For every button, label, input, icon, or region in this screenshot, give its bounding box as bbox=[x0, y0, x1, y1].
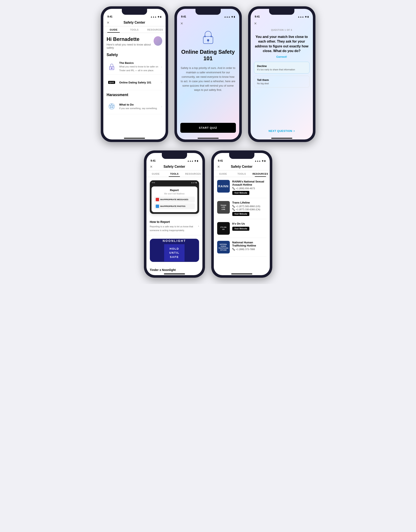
phone-icon: 📞 bbox=[232, 208, 235, 211]
avatar bbox=[154, 36, 162, 46]
report-row-photos: INAPPROPRIATE PHOTOS bbox=[154, 203, 195, 209]
report-row-messages: INAPPROPRIATE MESSAGES bbox=[154, 197, 195, 202]
notch bbox=[196, 9, 221, 15]
wifi-icon: ⊛ bbox=[305, 16, 307, 18]
app-header: ✕ Safety Center bbox=[214, 163, 270, 170]
tab-bar: GUIDE TOOLS RESOURCES bbox=[214, 170, 270, 177]
itsonus-logo-text: IT'S ONUS bbox=[220, 226, 227, 231]
basics-desc: What you need to know to be safer on Tin… bbox=[119, 65, 158, 72]
quiz-title: Online Dating Safety 101 bbox=[119, 81, 159, 84]
report-dot-photos bbox=[156, 205, 159, 208]
translifeline-phone1-number: +1 (877) 565-8860 (US) bbox=[236, 205, 260, 207]
tab-guide[interactable]: GUIDE bbox=[146, 170, 165, 177]
rainn-visit-btn[interactable]: Visit Website bbox=[232, 191, 250, 195]
report-sub: We won't tell Matthew bbox=[154, 193, 195, 195]
greeting-name: Hi Bernadette bbox=[107, 36, 154, 42]
status-icons: ▲▲▲ ⊛ ▮ bbox=[255, 160, 265, 162]
quiz-chevron: › bbox=[161, 81, 162, 84]
app-header: ✕ Safety Center bbox=[146, 163, 202, 170]
tab-resources[interactable]: RESOURCES bbox=[251, 170, 270, 177]
tab-tools[interactable]: TOOLS bbox=[165, 170, 184, 177]
section-safety-title: Safety bbox=[107, 53, 162, 57]
tab-bar: GUIDE TOOLS RESOURCES bbox=[146, 170, 202, 177]
resource-item-nhth: NATIONALHUMANTRAFFICKINGHOTLINE National… bbox=[217, 238, 266, 257]
question-content: QUESTION 1 OF 6 You and your match live … bbox=[251, 26, 313, 136]
itsonus-info: It's On Us Visit Website bbox=[232, 222, 266, 231]
home-indicator bbox=[198, 138, 219, 139]
wifi-icon: ⊛ bbox=[194, 160, 196, 162]
basics-icon-box bbox=[107, 62, 117, 72]
translifeline-phone2-number: +1 (877) 330-6366 (CA) bbox=[236, 208, 260, 211]
resource-item-rainn: RAINN RAINN's National Sexual Assault Ho… bbox=[217, 177, 266, 198]
guide-content: Hi Bernadette Here's what you need to kn… bbox=[103, 33, 166, 136]
row-top: 9:41 ▲▲▲ ⊛ ▮ ✕ Safety Center GUIDE TOOLS bbox=[101, 6, 315, 142]
answer-option-2[interactable]: Tell them No big deal bbox=[254, 76, 310, 88]
question-text: You and your match live close to each ot… bbox=[254, 35, 310, 53]
tab-guide[interactable]: GUIDE bbox=[214, 170, 233, 177]
quiz-intro: Online Dating Safety 101 Safety is a top… bbox=[177, 26, 239, 136]
list-item-quiz[interactable]: QUIZ Online Dating Safety 101 › bbox=[107, 75, 162, 90]
nhth-name: National Human Trafficking Hotline bbox=[232, 241, 266, 247]
status-time: 9:41 bbox=[107, 15, 113, 18]
header-title: Safety Center bbox=[163, 165, 185, 168]
rainn-phone-number: +1 (800) 656-4673 bbox=[236, 187, 255, 190]
tab-resources[interactable]: RESOURCES bbox=[145, 26, 166, 33]
home-indicator bbox=[124, 138, 145, 139]
list-item-basics[interactable]: The Basics What you need to know to be s… bbox=[107, 59, 162, 75]
start-quiz-button[interactable]: START QUIZ bbox=[180, 123, 236, 133]
close-button[interactable]: ✕ bbox=[150, 165, 152, 169]
signal-icon: ▲▲▲ bbox=[255, 160, 261, 162]
home-indicator bbox=[271, 138, 292, 139]
quiz-description: Safety is a top priority of ours. And in… bbox=[180, 66, 236, 117]
itsonus-visit-btn[interactable]: Visit Website bbox=[232, 227, 250, 231]
bottom-indicator bbox=[146, 272, 202, 275]
tab-tools[interactable]: TOOLS bbox=[232, 170, 251, 177]
phone-quiz-intro: 9:41 ▲▲▲ ⊛ ▮ ✕ bbox=[174, 6, 242, 142]
signal-icon: ▲▲▲ bbox=[298, 16, 304, 18]
translifeline-visit-btn[interactable]: Visit Website bbox=[232, 212, 250, 216]
tab-tools[interactable]: TOOLS bbox=[124, 26, 145, 33]
phone-question: 9:41 ▲▲▲ ⊛ ▮ ✕ QUESTION 1 OF 6 You and y… bbox=[248, 6, 315, 142]
phone-icon: 📞 bbox=[232, 248, 235, 250]
signal-icon: ▲▲▲ bbox=[151, 16, 157, 18]
tab-resources[interactable]: RESOURCES bbox=[184, 170, 202, 177]
answer-option-1[interactable]: Decline It's too early to share that inf… bbox=[254, 62, 310, 74]
resource-item-itsonus: IT'S ONUS It's On Us Visit Website bbox=[217, 219, 266, 238]
notch bbox=[229, 153, 254, 159]
translifeline-phone2: 📞 +1 (877) 330-6366 (CA) bbox=[232, 208, 266, 211]
report-row-messages-label: INAPPROPRIATE MESSAGES bbox=[160, 198, 188, 201]
screenshot-inner: Report We won't tell Matthew INAPPROPRIA… bbox=[151, 187, 197, 212]
wifi-icon: ⊛ bbox=[231, 16, 233, 18]
tools-item-report-text: How to Report Reporting is a safe way to… bbox=[150, 220, 197, 232]
list-item-harassment[interactable]: What to Do If you see something, say som… bbox=[107, 99, 162, 114]
header-title: Safety Center bbox=[123, 21, 145, 24]
resources-content: RAINN RAINN's National Sexual Assault Ho… bbox=[214, 177, 270, 272]
battery-icon: ▮ bbox=[234, 16, 235, 18]
harassment-icon-box bbox=[107, 101, 117, 111]
resource-item-translifeline: TRANSLIFELINE Trans Lifeline 📞 +1 (877) … bbox=[217, 198, 266, 219]
basics-text: The Basics What you need to know to be s… bbox=[119, 61, 159, 72]
close-button[interactable]: ✕ bbox=[251, 19, 313, 26]
tools-item-report[interactable]: How to Report Reporting is a safe way to… bbox=[146, 217, 202, 235]
translifeline-phone1: 📞 +1 (877) 565-8860 (US) bbox=[232, 205, 266, 207]
quiz-badge: QUIZ bbox=[108, 81, 115, 84]
report-row-photos-label: INAPPROPRIATE PHOTOS bbox=[160, 205, 186, 207]
quiz-text: Online Dating Safety 101 bbox=[119, 81, 159, 84]
close-button[interactable]: ✕ bbox=[107, 21, 109, 25]
close-button[interactable]: ✕ bbox=[217, 165, 220, 169]
next-question-button[interactable]: NEXT QUESTION › bbox=[251, 129, 313, 133]
app-header: ✕ Safety Center bbox=[103, 19, 166, 26]
signal-icon: ▲▲▲ bbox=[224, 16, 230, 18]
quiz-main-title: Online Dating Safety 101 bbox=[180, 49, 236, 62]
harassment-chevron: › bbox=[161, 105, 162, 108]
bottom-indicator bbox=[103, 136, 166, 139]
close-button[interactable]: ✕ bbox=[177, 19, 239, 26]
screenshot-time: 9:41 bbox=[152, 182, 155, 184]
tools-item-noonlight[interactable]: Tinder x Noonlight Tinder has partnered … bbox=[146, 265, 202, 272]
tab-guide[interactable]: GUIDE bbox=[103, 26, 124, 33]
wifi-icon: ⊛ bbox=[262, 160, 264, 162]
section-harassment-title: Harassment bbox=[107, 93, 162, 97]
question-counter: QUESTION 1 OF 6 bbox=[254, 29, 310, 31]
tools-item-noonlight-text: Tinder x Noonlight Tinder has partnered … bbox=[150, 268, 197, 272]
noonlight-hold-text: HOLDUNTILSAFE bbox=[169, 247, 179, 259]
